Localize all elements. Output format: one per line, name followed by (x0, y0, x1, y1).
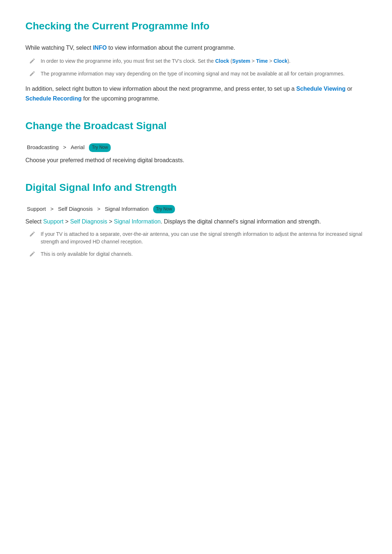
note-list-2: If your TV is attached to a separate, ov… (25, 230, 367, 259)
breadcrumb-signal-information[interactable]: Signal Information (105, 206, 149, 212)
intro-text-after: to view information about the current pr… (107, 45, 235, 51)
intro-text-before: While watching TV, select (25, 45, 93, 51)
clock-link-2[interactable]: Clock (274, 58, 287, 64)
breadcrumb-signal: Support > Self Diagnosis > Signal Inform… (25, 205, 367, 214)
note-text-signal-1: If your TV is attached to a separate, ov… (41, 230, 367, 246)
note-text-signal-2: This is only available for digital chann… (41, 250, 133, 258)
self-diagnosis-link[interactable]: Self Diagnosis (70, 218, 107, 225)
signal-information-link[interactable]: Signal Information (114, 218, 161, 225)
try-now-badge-1[interactable]: Try Now (89, 143, 111, 152)
section-title-broadcast: Change the Broadcast Signal (25, 118, 367, 137)
section-body-1: In addition, select right button to view… (25, 84, 367, 103)
try-now-badge-2[interactable]: Try Now (153, 205, 175, 213)
pencil-icon-2 (29, 70, 37, 78)
breadcrumb-support[interactable]: Support (27, 206, 46, 212)
support-link[interactable]: Support (43, 218, 64, 225)
section-digital-signal: Digital Signal Info and Strength Support… (25, 180, 367, 259)
breadcrumb-self-diagnosis[interactable]: Self Diagnosis (58, 206, 93, 212)
note-item-signal-2: This is only available for digital chann… (25, 250, 367, 259)
breadcrumb-broadcasting[interactable]: Broadcasting (27, 144, 59, 150)
clock-link[interactable]: Clock (215, 58, 229, 64)
note-list-1: In order to view the programme info, you… (25, 57, 367, 78)
schedule-viewing-link[interactable]: Schedule Viewing (296, 86, 346, 92)
system-link[interactable]: System (232, 58, 250, 64)
time-link[interactable]: Time (256, 58, 268, 64)
info-link[interactable]: INFO (93, 45, 107, 51)
note-item-signal-1: If your TV is attached to a separate, ov… (25, 230, 367, 246)
breadcrumb-sep-2: > (97, 206, 102, 212)
breadcrumb-separator-1: > (63, 144, 68, 150)
note-item-2: The programme information may vary depen… (25, 70, 367, 78)
breadcrumb-sep-1: > (50, 206, 55, 212)
note-text-1: In order to view the programme info, you… (41, 57, 291, 65)
note-item-1: In order to view the programme info, you… (25, 57, 367, 66)
pencil-icon-3 (29, 231, 37, 239)
digital-signal-body: Select Support > Self Diagnosis > Signal… (25, 217, 367, 226)
section-title-checking: Checking the Current Programme Info (25, 18, 367, 37)
breadcrumb-aerial[interactable]: Aerial (71, 144, 85, 150)
section-change-broadcast: Change the Broadcast Signal Broadcasting… (25, 118, 367, 165)
section-title-digital: Digital Signal Info and Strength (25, 180, 367, 199)
pencil-icon-1 (29, 58, 37, 66)
section-checking-programme: Checking the Current Programme Info Whil… (25, 18, 367, 103)
note-text-2: The programme information may vary depen… (41, 70, 344, 78)
schedule-recording-link[interactable]: Schedule Recording (25, 95, 82, 102)
breadcrumb-broadcast: Broadcasting > Aerial Try Now (25, 143, 367, 152)
pencil-icon-4 (29, 251, 37, 259)
intro-paragraph: While watching TV, select INFO to view i… (25, 43, 367, 53)
broadcast-body: Choose your preferred method of receivin… (25, 156, 367, 165)
